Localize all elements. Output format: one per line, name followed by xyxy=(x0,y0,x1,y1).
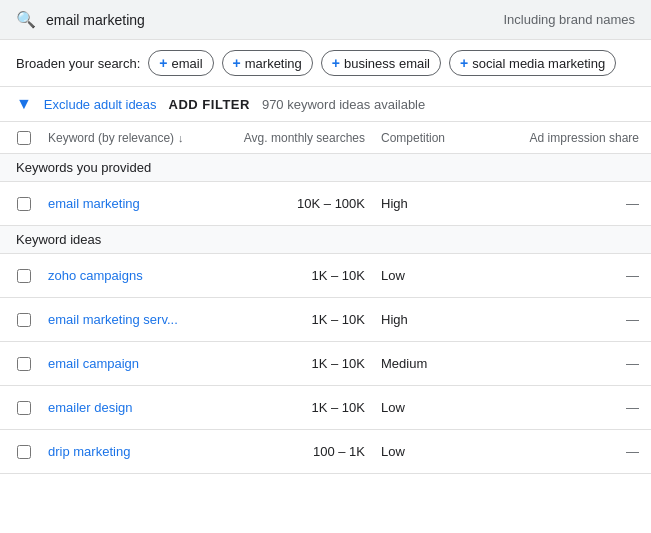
chip-marketing[interactable]: + marketing xyxy=(222,50,313,76)
cell-ad: — xyxy=(521,268,651,283)
chip-social-media-marketing[interactable]: + social media marketing xyxy=(449,50,616,76)
cell-ad: — xyxy=(521,312,651,327)
add-filter-button[interactable]: ADD FILTER xyxy=(169,97,250,112)
cell-keyword: email marketing serv... xyxy=(48,312,201,327)
table-row: drip marketing 100 – 1K Low — xyxy=(0,430,651,474)
header-keyword-label: Keyword (by relevance) xyxy=(48,131,174,145)
row-checkbox-col xyxy=(0,197,48,211)
plus-icon-business-email: + xyxy=(332,55,340,71)
search-bar: 🔍 email marketing Including brand names xyxy=(0,0,651,40)
broaden-row: Broaden your search: + email + marketing… xyxy=(0,40,651,87)
keyword-link[interactable]: email marketing serv... xyxy=(48,312,178,327)
header-avg-monthly[interactable]: Avg. monthly searches xyxy=(201,130,381,145)
chip-email[interactable]: + email xyxy=(148,50,213,76)
cell-keyword: zoho campaigns xyxy=(48,268,201,283)
section-ideas: Keyword ideas xyxy=(0,226,651,254)
cell-competition: Low xyxy=(381,400,521,415)
keyword-link[interactable]: drip marketing xyxy=(48,444,130,459)
filter-icon: ▼ xyxy=(16,95,32,113)
cell-ad: — xyxy=(521,400,651,415)
search-icon: 🔍 xyxy=(16,10,36,29)
broaden-label: Broaden your search: xyxy=(16,56,140,71)
cell-competition: Low xyxy=(381,444,521,459)
cell-keyword: drip marketing xyxy=(48,444,201,459)
cell-competition: Medium xyxy=(381,356,521,371)
filter-row: ▼ Exclude adult ideas ADD FILTER 970 key… xyxy=(0,87,651,122)
table-row: email campaign 1K – 10K Medium — xyxy=(0,342,651,386)
header-avg-label: Avg. monthly searches xyxy=(244,131,365,145)
keyword-link[interactable]: email marketing xyxy=(48,196,140,211)
cell-avg: 1K – 10K xyxy=(201,268,381,283)
cell-avg: 100 – 1K xyxy=(201,444,381,459)
cell-avg: 1K – 10K xyxy=(201,400,381,415)
header-ad-impression[interactable]: Ad impression share xyxy=(521,130,651,145)
row-checkbox-col xyxy=(0,269,48,283)
sort-arrow-icon: ↓ xyxy=(178,132,184,144)
cell-ad: — xyxy=(521,196,651,211)
row-checkbox-col xyxy=(0,357,48,371)
plus-icon-email: + xyxy=(159,55,167,71)
header-competition[interactable]: Competition xyxy=(381,130,521,145)
cell-competition: Low xyxy=(381,268,521,283)
section-provided: Keywords you provided xyxy=(0,154,651,182)
keyword-link[interactable]: email campaign xyxy=(48,356,139,371)
header-checkbox-col xyxy=(0,131,48,145)
search-query: email marketing xyxy=(46,12,493,28)
keyword-count: 970 keyword ideas available xyxy=(262,97,425,112)
cell-ad: — xyxy=(521,356,651,371)
table-row: emailer design 1K – 10K Low — xyxy=(0,386,651,430)
row-checkbox-email-campaign[interactable] xyxy=(17,357,31,371)
cell-competition: High xyxy=(381,312,521,327)
row-checkbox-col xyxy=(0,401,48,415)
header-competition-label: Competition xyxy=(381,131,445,145)
row-checkbox-col xyxy=(0,313,48,327)
row-checkbox-email-serv[interactable] xyxy=(17,313,31,327)
row-checkbox-drip-marketing[interactable] xyxy=(17,445,31,459)
exclude-adult-link[interactable]: Exclude adult ideas xyxy=(44,97,157,112)
cell-avg: 10K – 100K xyxy=(201,196,381,211)
chip-email-label: email xyxy=(171,56,202,71)
plus-icon-social-media: + xyxy=(460,55,468,71)
cell-competition: High xyxy=(381,196,521,211)
keywords-table: Keyword (by relevance) ↓ Avg. monthly se… xyxy=(0,122,651,474)
row-checkbox-emailer-design[interactable] xyxy=(17,401,31,415)
chip-marketing-label: marketing xyxy=(245,56,302,71)
cell-ad: — xyxy=(521,444,651,459)
table-header: Keyword (by relevance) ↓ Avg. monthly se… xyxy=(0,122,651,154)
cell-keyword: email marketing xyxy=(48,196,201,211)
row-checkbox-email-marketing[interactable] xyxy=(17,197,31,211)
select-all-checkbox[interactable] xyxy=(17,131,31,145)
header-ad-label: Ad impression share xyxy=(530,131,639,145)
cell-keyword: emailer design xyxy=(48,400,201,415)
row-checkbox-zoho[interactable] xyxy=(17,269,31,283)
chip-social-media-label: social media marketing xyxy=(472,56,605,71)
cell-avg: 1K – 10K xyxy=(201,356,381,371)
keyword-link[interactable]: zoho campaigns xyxy=(48,268,143,283)
brand-filter-label: Including brand names xyxy=(503,12,635,27)
chip-business-email[interactable]: + business email xyxy=(321,50,441,76)
table-row: zoho campaigns 1K – 10K Low — xyxy=(0,254,651,298)
plus-icon-marketing: + xyxy=(233,55,241,71)
cell-keyword: email campaign xyxy=(48,356,201,371)
header-keyword[interactable]: Keyword (by relevance) ↓ xyxy=(48,131,201,145)
table-row: email marketing 10K – 100K High — xyxy=(0,182,651,226)
cell-avg: 1K – 10K xyxy=(201,312,381,327)
chip-business-email-label: business email xyxy=(344,56,430,71)
row-checkbox-col xyxy=(0,445,48,459)
keyword-link[interactable]: emailer design xyxy=(48,400,133,415)
table-row: email marketing serv... 1K – 10K High — xyxy=(0,298,651,342)
